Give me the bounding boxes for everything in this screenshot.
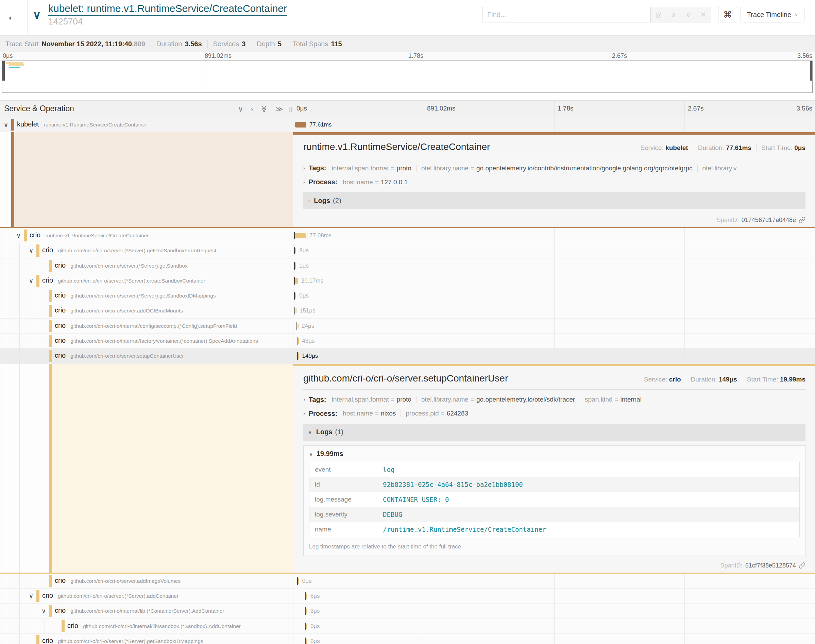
span-name-cell[interactable]: criogithub.com/cri-o/cri-o/server.(*Serv…	[0, 288, 293, 303]
span-timeline-cell[interactable]: 0μs	[293, 634, 815, 644]
minimap-left-handle[interactable]	[2, 61, 5, 81]
logs-accordion[interactable]: › Logs(2)	[303, 192, 806, 209]
view-selector-button[interactable]: Trace Timeline ∨	[740, 7, 804, 23]
span-row[interactable]: criogithub.com/cri-o/cri-o/internal/conf…	[0, 319, 815, 334]
span-name-cell[interactable]: criogithub.com/cri-o/cri-o/server.addOCI…	[0, 303, 293, 318]
chevron-down-icon[interactable]: ∨	[686, 11, 691, 19]
back-arrow-icon[interactable]: ←	[6, 9, 20, 23]
span-timeline-cell[interactable]: 151μs	[293, 303, 815, 318]
span-timeline-cell[interactable]: 6μs	[293, 589, 815, 603]
span-row[interactable]: criogithub.com/cri-o/cri-o/server.(*Serv…	[0, 288, 815, 303]
span-duration-bar[interactable]	[306, 593, 307, 599]
close-icon[interactable]: ✕	[700, 11, 706, 19]
span-duration-bar[interactable]	[295, 233, 306, 238]
span-timeline-cell[interactable]: 0μs	[293, 573, 815, 588]
logs-accordion[interactable]: ∨ Logs(1)	[303, 424, 806, 441]
span-duration-bar[interactable]	[295, 293, 296, 299]
span-row[interactable]: criogithub.com/cri-o/cri-o/internal/fact…	[0, 334, 815, 348]
span-name-cell[interactable]: criogithub.com/cri-o/cri-o/server.(*Serv…	[0, 258, 293, 273]
span-timeline-cell[interactable]: 0μs	[293, 288, 815, 303]
column-splitter[interactable]: ||	[289, 106, 293, 112]
keyboard-shortcuts-button[interactable]: ⌘	[718, 7, 737, 23]
crosshair-icon[interactable]: ◎	[656, 11, 662, 19]
span-row[interactable]: criogithub.com/cri-o/cri-o/server.addOCI…	[0, 303, 815, 318]
span-row[interactable]: ∨kubeletruntime.v1.RuntimeService/Create…	[0, 117, 815, 132]
tags-row[interactable]: › Tags: internal.span.format=protootel.l…	[303, 396, 806, 403]
span-duration-bar[interactable]	[306, 624, 307, 629]
self-time-tick	[305, 592, 306, 600]
tags-row[interactable]: › Tags: internal.span.format=protootel.l…	[303, 164, 806, 172]
span-toggle-icon[interactable]: ∨	[4, 121, 8, 129]
span-name-cell[interactable]: criogithub.com/cri-o/cri-o/internal/lib/…	[0, 619, 293, 633]
tag-item: internal.span.format=proto	[332, 164, 411, 172]
span-row[interactable]: criogithub.com/cri-o/cri-o/server.(*Serv…	[0, 258, 815, 273]
span-row[interactable]: ∨crioruntime.v1.RuntimeService/CreateCon…	[0, 228, 815, 243]
link-icon[interactable]	[799, 562, 806, 569]
span-row[interactable]: ∨criogithub.com/cri-o/cri-o/internal/lib…	[0, 604, 815, 618]
span-name-cell[interactable]: ∨criogithub.com/cri-o/cri-o/server.(*Ser…	[0, 273, 293, 288]
span-toggle-icon[interactable]: ∨	[41, 607, 46, 615]
span-name-cell[interactable]: ∨crioruntime.v1.RuntimeService/CreateCon…	[0, 228, 293, 243]
span-toggle-icon[interactable]: ∨	[29, 277, 33, 285]
span-timeline-cell[interactable]: 0μs	[293, 619, 815, 633]
span-name-cell[interactable]: criogithub.com/cri-o/cri-o/internal/fact…	[0, 334, 293, 348]
span-name-cell[interactable]: criogithub.com/cri-o/cri-o/server.(*Serv…	[0, 634, 293, 644]
span-duration-bar[interactable]	[295, 278, 298, 284]
expand-all-icon[interactable]: ≫	[276, 105, 283, 113]
expand-one-icon[interactable]: ›	[251, 105, 253, 113]
span-row[interactable]: ∨criogithub.com/cri-o/cri-o/server.(*Ser…	[0, 589, 815, 604]
service-color-bar	[49, 350, 52, 362]
span-timeline-cell[interactable]: 149μs	[293, 348, 815, 363]
span-row[interactable]: criogithub.com/cri-o/cri-o/server.(*Serv…	[0, 634, 815, 644]
span-duration-bar[interactable]	[295, 122, 306, 127]
link-icon[interactable]	[799, 216, 806, 223]
span-timeline-cell[interactable]: 1μs	[293, 258, 815, 273]
log-entry: ∨19.99ms eventlogid92b82381-025c-4a64-81…	[303, 445, 806, 556]
log-entry-header[interactable]: ∨19.99ms	[303, 446, 805, 461]
span-row[interactable]: ∨criogithub.com/cri-o/cri-o/server.(*Ser…	[0, 273, 815, 288]
span-duration-bar[interactable]	[306, 608, 307, 614]
span-duration-bar[interactable]	[298, 578, 299, 584]
span-operation-name: github.com/cri-o/cri-o/internal/lib.(*Co…	[70, 608, 224, 614]
span-duration-bar[interactable]	[297, 324, 299, 329]
span-toggle-icon[interactable]: ∨	[16, 232, 21, 239]
span-toggle-icon[interactable]: ∨	[29, 592, 33, 600]
process-row[interactable]: › Process: host.name=127.0.0.1	[303, 178, 806, 186]
span-row[interactable]: criogithub.com/cri-o/cri-o/internal/lib/…	[0, 619, 815, 634]
span-timeline-cell[interactable]: 8μs	[293, 243, 815, 258]
page-header: ← ∨ kubelet: runtime.v1.RuntimeService/C…	[0, 0, 815, 35]
span-name-cell[interactable]: ∨criogithub.com/cri-o/cri-o/internal/lib…	[0, 604, 293, 618]
span-name-cell[interactable]: criogithub.com/cri-o/cri-o/internal/conf…	[0, 319, 293, 333]
span-name-cell[interactable]: criogithub.com/cri-o/cri-o/server.addIma…	[0, 573, 293, 588]
span-row[interactable]: criogithub.com/cri-o/cri-o/server.setupC…	[0, 348, 815, 363]
span-timeline-cell[interactable]: 77.61ms	[293, 117, 815, 132]
span-name-cell[interactable]: ∨criogithub.com/cri-o/cri-o/server.(*Ser…	[0, 243, 293, 258]
collapse-one-icon[interactable]: ∨	[238, 105, 243, 113]
trace-collapse-icon[interactable]: ∨	[33, 9, 41, 20]
span-timeline-cell[interactable]: 3μs	[293, 604, 815, 618]
span-timeline-cell[interactable]: 24μs	[293, 319, 815, 333]
trace-minimap[interactable]	[2, 61, 813, 93]
span-name-cell[interactable]: ∨kubeletruntime.v1.RuntimeService/Create…	[0, 117, 293, 132]
span-timeline-cell[interactable]: 77.08ms	[293, 228, 815, 243]
trace-id: 1425704	[48, 16, 83, 27]
chevron-up-icon[interactable]: ∧	[671, 11, 676, 19]
find-input[interactable]	[483, 7, 650, 22]
span-toggle-icon[interactable]: ∨	[29, 247, 33, 255]
span-name-cell[interactable]: criogithub.com/cri-o/cri-o/server.setupC…	[0, 348, 293, 363]
span-name-cell[interactable]: ∨criogithub.com/cri-o/cri-o/server.(*Ser…	[0, 589, 293, 603]
trace-title-link[interactable]: kubelet: runtime.v1.RuntimeService/Creat…	[48, 3, 287, 15]
span-timeline-cell[interactable]: 20.17ms	[293, 273, 815, 288]
span-duration-bar[interactable]	[298, 338, 299, 344]
span-duration-bar[interactable]	[306, 639, 307, 644]
span-duration-bar[interactable]	[295, 248, 296, 253]
span-row[interactable]: ∨criogithub.com/cri-o/cri-o/server.(*Ser…	[0, 243, 815, 258]
process-row[interactable]: › Process: host.name=nixosprocess.pid=62…	[303, 410, 806, 417]
minimap-right-handle[interactable]	[810, 61, 812, 81]
span-timeline-cell[interactable]: 43μs	[293, 334, 815, 348]
span-duration-bar[interactable]	[296, 308, 297, 313]
collapse-all-icon[interactable]: ≫	[260, 106, 269, 113]
span-duration-bar[interactable]	[298, 353, 299, 359]
span-row[interactable]: criogithub.com/cri-o/cri-o/server.addIma…	[0, 573, 815, 589]
span-duration-bar[interactable]	[295, 263, 296, 268]
